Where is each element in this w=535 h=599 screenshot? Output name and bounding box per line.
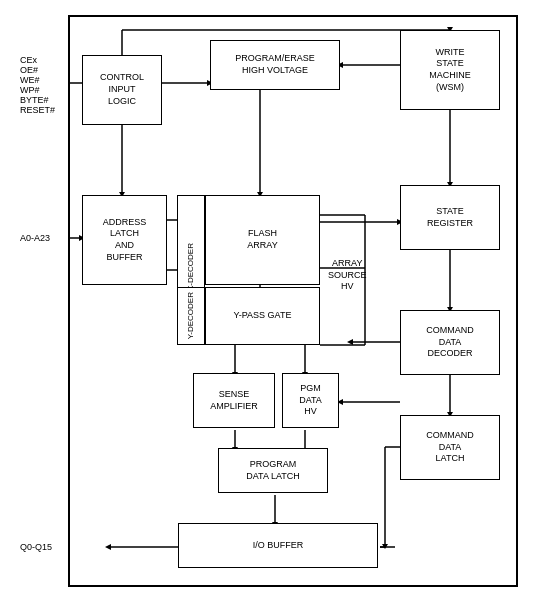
write-state-machine-block: WRITESTATEMACHINE(WSM) — [400, 30, 500, 110]
address-latch-block: ADDRESSLATCHANDBUFFER — [82, 195, 167, 285]
control-input-logic-block: CONTROLINPUTLOGIC — [82, 55, 162, 125]
pgm-data-hv-block: PGMDATAHV — [282, 373, 339, 428]
array-source-hv-label: ARRAYSOURCEHV — [328, 258, 367, 293]
io-buffer-block: I/O BUFFER — [178, 523, 378, 568]
io-label: Q0-Q15 — [20, 542, 52, 552]
command-data-decoder-block: COMMANDDATADECODER — [400, 310, 500, 375]
input-signals-label: CEx OE# WE# WP# BYTE# RESET# — [20, 55, 55, 115]
flash-array-block: FLASHARRAY — [205, 195, 320, 285]
command-data-latch-block: COMMANDDATALATCH — [400, 415, 500, 480]
program-data-latch-block: PROGRAMDATA LATCH — [218, 448, 328, 493]
sense-amplifier-block: SENSEAMPLIFIER — [193, 373, 275, 428]
program-erase-hv-block: PROGRAM/ERASEHIGH VOLTAGE — [210, 40, 340, 90]
state-register-block: STATEREGISTER — [400, 185, 500, 250]
y-pass-gate-block: Y-PASS GATE — [205, 287, 320, 345]
address-label: A0-A23 — [20, 233, 50, 243]
block-diagram: CEx OE# WE# WP# BYTE# RESET# A0-A23 Q0-Q… — [0, 0, 535, 599]
y-decoder-block: Y-DECODER — [177, 287, 205, 345]
